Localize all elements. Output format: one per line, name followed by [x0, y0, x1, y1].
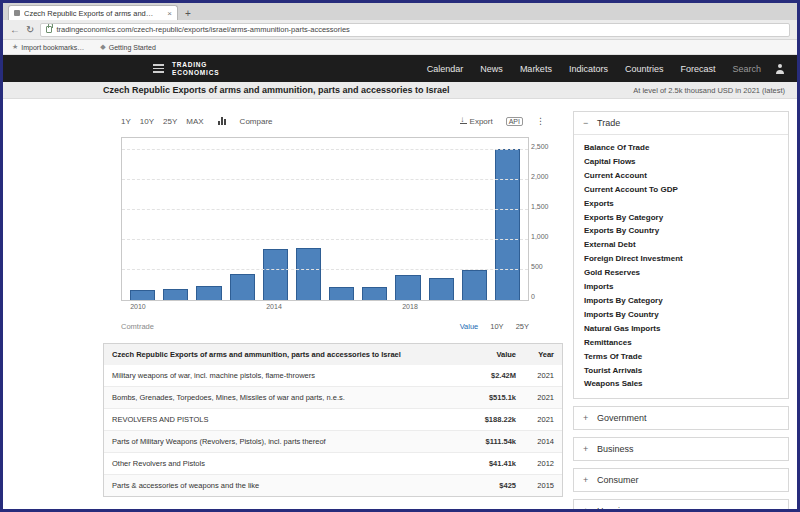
nav-item-forecast[interactable]: Forecast [680, 64, 715, 74]
lock-icon [46, 26, 52, 33]
y-axis-label-1500: 1,500 [531, 203, 559, 210]
table-row[interactable]: Parts of Military Weapons (Revolvers, Pi… [104, 430, 562, 452]
row-label: Parts of Military Weapons (Revolvers, Pi… [112, 437, 454, 446]
new-tab-button[interactable]: + [185, 8, 191, 19]
chart-x-axis-labels: 201020142018 [121, 303, 529, 314]
nav-item-indicators[interactable]: Indicators [569, 64, 608, 74]
year-column-header: Year [516, 350, 554, 359]
bar-2014[interactable] [263, 249, 288, 300]
sidebar-link-terms-of-trade[interactable]: Terms Of Trade [584, 351, 778, 363]
nav-item-markets[interactable]: Markets [520, 64, 552, 74]
sidebar-link-imports-by-country[interactable]: Imports By Country [584, 309, 778, 321]
site-menu: CalendarNewsMarketsIndicatorsCountriesFo… [427, 64, 761, 74]
sidebar-link-exports-by-country[interactable]: Exports By Country [584, 225, 778, 237]
menu-hamburger-icon[interactable] [153, 64, 164, 73]
sidebar-link-gold-reserves[interactable]: Gold Reserves [584, 267, 778, 279]
range-button-1y[interactable]: 1Y [121, 117, 131, 126]
x-axis-label-2014: 2014 [266, 303, 282, 310]
x-axis-label-2018: 2018 [402, 303, 418, 310]
back-icon[interactable]: ← [10, 25, 20, 35]
chart-footer-link-value[interactable]: Value [460, 322, 479, 331]
nav-item-search[interactable]: Search [732, 64, 761, 74]
sidebar-link-current-account-to-gdp[interactable]: Current Account To GDP [584, 184, 778, 196]
table-header-row: Czech Republic Exports of arms and ammun… [104, 344, 562, 365]
sidebar-business-header[interactable]: +Business [574, 438, 788, 460]
bookmark-item[interactable]: ★ Import bookmarks… [12, 43, 84, 51]
bar-2021[interactable] [495, 149, 520, 300]
row-value: $111.54k [454, 437, 516, 446]
bar-2013[interactable] [230, 274, 255, 300]
row-label: Bombs, Grenades, Torpedoes, Mines, Missi… [112, 393, 454, 402]
site-logo[interactable]: TRADING ECONOMICS [172, 61, 219, 76]
table-row[interactable]: Bombs, Grenades, Torpedoes, Mines, Missi… [104, 386, 562, 408]
related-data-table: Czech Republic Exports of arms and ammun… [103, 343, 563, 497]
sidebar-housing-header[interactable]: +Housing [574, 500, 788, 512]
sidebar-link-remittances[interactable]: Remittances [584, 337, 778, 349]
chart-footer-link-10y[interactable]: 10Y [490, 322, 503, 331]
sidebar-collapsed-sections: +Government+Business+Consumer+Housing+Ta… [573, 406, 789, 512]
chart-footer: Comtrade Value10Y25Y [121, 322, 529, 331]
tab-close-icon[interactable]: × [167, 9, 172, 18]
x-axis-label-2010: 2010 [130, 303, 146, 310]
api-button[interactable]: API [506, 117, 523, 126]
row-year: 2015 [516, 481, 554, 490]
chart-footer-link-25y[interactable]: 25Y [516, 322, 529, 331]
sidebar-link-capital-flows[interactable]: Capital Flows [584, 156, 778, 168]
bar-2019[interactable] [429, 278, 454, 300]
sidebar-link-imports-by-category[interactable]: Imports By Category [584, 295, 778, 307]
bar-2010[interactable] [130, 290, 155, 300]
bookmark-label: Getting Started [109, 44, 156, 51]
export-button[interactable]: Export [460, 117, 492, 126]
url-input[interactable]: tradingeconomics.com/czech-republic/expo… [40, 23, 790, 37]
bar-2017[interactable] [362, 287, 387, 300]
nav-item-countries[interactable]: Countries [625, 64, 664, 74]
chart-plot-area[interactable]: 05001,0001,5002,0002,500 [121, 137, 529, 301]
sidebar-link-tourist-arrivals[interactable]: Tourist Arrivals [584, 365, 778, 377]
reload-icon[interactable]: ↻ [26, 25, 34, 35]
row-year: 2014 [516, 437, 554, 446]
sidebar-link-foreign-direct-investment[interactable]: Foreign Direct Investment [584, 253, 778, 265]
sidebar-link-current-account[interactable]: Current Account [584, 170, 778, 182]
sidebar-trade-header[interactable]: − Trade [574, 112, 788, 134]
row-label: Parts & accessories of weapons and the l… [112, 481, 454, 490]
chart-toolbar: 1Y10Y25YMAX Compare Export API ⋮ [103, 111, 563, 131]
sidebar-link-external-debt[interactable]: External Debt [584, 239, 778, 251]
nav-item-news[interactable]: News [480, 64, 503, 74]
download-icon [460, 117, 467, 124]
sidebar-government-header[interactable]: +Government [574, 407, 788, 429]
sidebar-link-imports[interactable]: Imports [584, 281, 778, 293]
sidebar-link-weapons-sales[interactable]: Weapons Sales [584, 378, 778, 390]
bookmark-item[interactable]: ◆ Getting Started [100, 43, 155, 51]
logo-line1: TRADING [172, 61, 219, 68]
bar-2020[interactable] [462, 270, 487, 300]
compare-button[interactable]: Compare [240, 117, 273, 126]
sidebar-link-balance-of-trade[interactable]: Balance Of Trade [584, 142, 778, 154]
table-row[interactable]: Parts & accessories of weapons and the l… [104, 474, 562, 496]
bar-2015[interactable] [296, 248, 321, 300]
expand-icon: + [583, 413, 590, 423]
sidebar-link-natural-gas-imports[interactable]: Natural Gas Imports [584, 323, 778, 335]
bar-2011[interactable] [163, 289, 188, 300]
nav-item-calendar[interactable]: Calendar [427, 64, 464, 74]
range-button-max[interactable]: MAX [186, 117, 203, 126]
sidebar-link-exports[interactable]: Exports [584, 198, 778, 210]
table-row[interactable]: Other Revolvers and Pistols$41.41k2012 [104, 452, 562, 474]
more-options-icon[interactable]: ⋮ [536, 116, 545, 126]
sidebar-consumer-header[interactable]: +Consumer [574, 469, 788, 491]
range-button-10y[interactable]: 10Y [140, 117, 154, 126]
bar-chart-type-icon[interactable] [218, 117, 226, 125]
bar-2016[interactable] [329, 287, 354, 300]
table-row[interactable]: Military weapons of war, incl. machine p… [104, 365, 562, 386]
row-value: $515.1k [454, 393, 516, 402]
bar-2018[interactable] [395, 275, 420, 300]
table-title: Czech Republic Exports of arms and ammun… [112, 350, 454, 359]
browser-tab[interactable]: Czech Republic Exports of arms and… × [8, 5, 178, 20]
gridline-1000 [122, 239, 528, 240]
sidebar-link-exports-by-category[interactable]: Exports By Category [584, 212, 778, 224]
export-label: Export [470, 117, 493, 126]
table-row[interactable]: REVOLVERS AND PISTOLS$188.22k2021 [104, 408, 562, 430]
bar-2012[interactable] [196, 286, 221, 300]
user-account-icon[interactable] [775, 64, 785, 74]
row-value: $188.22k [454, 415, 516, 424]
range-button-25y[interactable]: 25Y [163, 117, 177, 126]
